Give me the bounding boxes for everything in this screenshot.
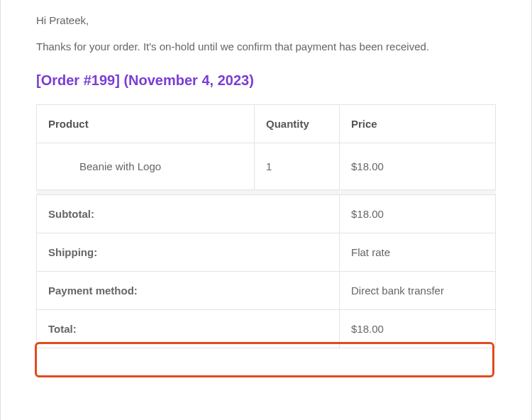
subtotal-row: Subtotal: $18.00: [37, 194, 496, 233]
intro-text: Thanks for your order. It's on-hold unti…: [36, 39, 496, 55]
payment-label: Payment method:: [37, 271, 340, 309]
greeting-text: Hi Prateek,: [36, 14, 496, 26]
total-row: Total: $18.00: [37, 309, 496, 348]
table-spacer: [37, 189, 496, 194]
payment-value: Direct bank transfer: [340, 271, 496, 309]
email-container: Hi Prateek, Thanks for your order. It's …: [0, 0, 532, 420]
total-label: Total:: [37, 309, 340, 348]
order-table-wrap: Product Quantity Price Beanie with Logo …: [36, 104, 496, 348]
item-price: $18.00: [340, 143, 496, 189]
subtotal-value: $18.00: [340, 194, 496, 233]
subtotal-label: Subtotal:: [37, 194, 340, 233]
shipping-label: Shipping:: [37, 233, 340, 271]
header-quantity: Quantity: [255, 104, 340, 143]
item-name: Beanie with Logo: [37, 143, 255, 189]
item-quantity: 1: [255, 143, 340, 189]
header-price: Price: [340, 104, 496, 143]
shipping-row: Shipping: Flat rate: [37, 233, 496, 271]
order-table: Product Quantity Price Beanie with Logo …: [36, 104, 496, 348]
table-item-row: Beanie with Logo 1 $18.00: [37, 143, 496, 189]
order-title: [Order #199] (November 4, 2023): [36, 72, 496, 89]
header-product: Product: [37, 104, 255, 143]
payment-method-row: Payment method: Direct bank transfer: [37, 271, 496, 309]
table-header-row: Product Quantity Price: [37, 104, 496, 143]
total-value: $18.00: [340, 309, 496, 348]
shipping-value: Flat rate: [340, 233, 496, 271]
